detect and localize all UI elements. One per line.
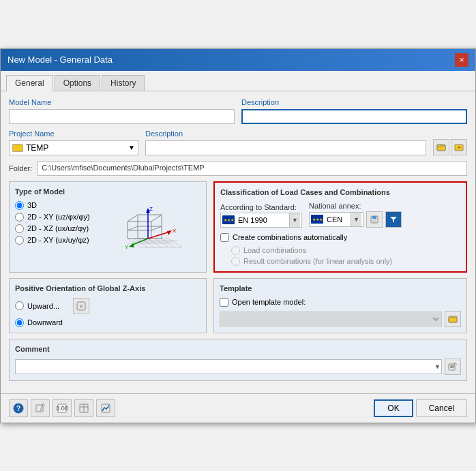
- cancel-button[interactable]: Cancel: [416, 399, 467, 417]
- radio-2d-xy[interactable]: [15, 213, 24, 222]
- model-name-group: Model Name: [9, 98, 235, 124]
- radio-3d-item: 3D: [15, 201, 90, 210]
- comment-input[interactable]: [15, 359, 442, 374]
- svg-rect-2: [437, 145, 441, 147]
- classification-header: Classification of Load Cases and Combina…: [220, 188, 460, 196]
- svg-line-28: [151, 226, 162, 230]
- project-dropdown-arrow: ▼: [128, 144, 135, 151]
- main-content: Model Name Description Project Name TEMP…: [1, 91, 475, 393]
- radio-2d-xy2[interactable]: [15, 236, 24, 245]
- comment-header: Comment: [15, 345, 461, 353]
- classification-filter-button[interactable]: [385, 211, 402, 228]
- national-value: CEN: [325, 215, 348, 224]
- project-browse-button[interactable]: [433, 139, 449, 155]
- close-button[interactable]: ×: [455, 53, 468, 67]
- classification-save-button[interactable]: [366, 211, 383, 228]
- tab-general[interactable]: General: [6, 75, 53, 91]
- description1-input[interactable]: [241, 109, 467, 124]
- upward-label: Upward...: [27, 302, 59, 310]
- comment-edit-button[interactable]: [445, 359, 461, 375]
- footer-icons: ? 0.00: [9, 399, 371, 417]
- template-select[interactable]: [220, 312, 442, 326]
- dialog-window: New Model - General Data × General Optio…: [0, 48, 476, 423]
- radio-2d-xz[interactable]: [15, 224, 24, 233]
- svg-rect-42: [372, 219, 376, 222]
- open-template-row: Open template model:: [220, 298, 461, 307]
- svg-text:0.00: 0.00: [57, 405, 68, 412]
- svg-marker-35: [167, 230, 172, 235]
- combination-type-radios: Load combinations Result combinations (f…: [220, 246, 460, 266]
- standard-label: According to Standard:: [220, 203, 302, 211]
- model-preview-container: Z X Y: [95, 201, 200, 256]
- project-name-group: Project Name TEMP ▼: [9, 130, 138, 155]
- comment-select-wrapper: ▼: [15, 359, 442, 374]
- standard-col: According to Standard: ★★★ EN 1990 ▼: [220, 203, 302, 228]
- standard-select[interactable]: ★★★ EN 1990 ▼: [220, 213, 302, 228]
- tab-history[interactable]: History: [102, 75, 145, 91]
- folder-icon: [12, 144, 23, 152]
- svg-rect-48: [449, 318, 457, 322]
- cen-flag: ★★★: [311, 215, 323, 224]
- radio-2d-xz-label: 2D - XZ (ux/uz/φy): [27, 224, 89, 232]
- radio-2d-xy-item: 2D - XY (uz/φx/φy): [15, 213, 90, 222]
- result-combinations-label: Result combinations (for linear analysis…: [243, 257, 392, 265]
- eu-stars: ★★★: [224, 217, 234, 222]
- national-col: National annex: ★★★ CEN ▼: [309, 202, 402, 228]
- footer-edit-button[interactable]: [31, 399, 50, 417]
- national-select[interactable]: ★★★ CEN ▼: [309, 212, 363, 227]
- load-combinations-radio[interactable]: [231, 246, 240, 255]
- radio-2d-xz-item: 2D - XZ (ux/uz/φy): [15, 224, 90, 233]
- description2-group: Description: [145, 130, 426, 155]
- tab-bar: General Options History: [1, 71, 475, 91]
- type-of-model-header: Type of Model: [15, 187, 200, 196]
- orientation-radios: Upward... Downward: [15, 298, 200, 327]
- open-template-checkbox[interactable]: [220, 298, 228, 307]
- model-name-input[interactable]: [9, 109, 235, 124]
- bottom-sections: Positive Orientation of Global Z-Axis Up…: [9, 278, 467, 333]
- footer-calc-button[interactable]: 0.00: [53, 399, 72, 417]
- cen-stars: ★★★: [312, 217, 323, 222]
- orientation-header: Positive Orientation of Global Z-Axis: [15, 284, 200, 292]
- type-model-radios: 3D 2D - XY (uz/φx/φy) 2D - XZ (ux/uz/φy): [15, 201, 90, 256]
- folder-path: C:\Users\mfise\Documents\DlubalProjects\…: [38, 161, 467, 176]
- footer-graph-button[interactable]: [96, 399, 115, 417]
- project-actions: +: [433, 139, 467, 155]
- eu-flag: ★★★: [222, 215, 235, 224]
- svg-marker-43: [390, 217, 397, 222]
- description2-label: Description: [145, 130, 426, 138]
- radio-2d-xy2-item: 2D - XY (ux/uy/φz): [15, 236, 90, 245]
- title-bar: New Model - General Data ×: [1, 49, 475, 71]
- downward-radio[interactable]: [15, 318, 24, 327]
- dialog-title: New Model - General Data: [8, 55, 113, 65]
- upward-radio[interactable]: [15, 301, 24, 310]
- national-label: National annex:: [309, 202, 402, 210]
- tab-options[interactable]: Options: [55, 75, 100, 91]
- create-combinations-checkbox[interactable]: [220, 233, 229, 242]
- svg-line-11: [148, 239, 162, 247]
- template-browse-button[interactable]: [445, 311, 461, 327]
- project-new-button[interactable]: +: [451, 139, 467, 155]
- svg-text:+: +: [458, 145, 461, 151]
- template-box: Template Open template model:: [213, 278, 467, 333]
- svg-line-13: [162, 239, 175, 247]
- radio-2d-xy-label: 2D - XY (uz/φx/φy): [27, 213, 90, 221]
- comment-box: Comment ▼: [9, 339, 467, 381]
- footer-help-button[interactable]: ?: [9, 399, 28, 417]
- svg-line-12: [155, 239, 168, 247]
- ok-button[interactable]: OK: [374, 399, 413, 417]
- template-header: Template: [220, 284, 461, 292]
- folder-label: Folder:: [9, 164, 32, 172]
- svg-text:Y: Y: [125, 244, 129, 250]
- footer-table-button[interactable]: [74, 399, 93, 417]
- radio-3d[interactable]: [15, 201, 24, 210]
- downward-item: Downward: [15, 318, 200, 327]
- downward-label: Downward: [27, 318, 63, 326]
- project-name-value: TEMP: [26, 143, 48, 153]
- result-combinations-radio[interactable]: [231, 257, 240, 266]
- description1-label: Description: [241, 98, 467, 106]
- upward-row: Upward...: [15, 298, 200, 314]
- orientation-info-button[interactable]: [73, 298, 89, 314]
- project-select-wrapper: TEMP ▼: [9, 140, 138, 155]
- project-select[interactable]: TEMP ▼: [9, 140, 138, 155]
- description2-input[interactable]: [145, 140, 426, 155]
